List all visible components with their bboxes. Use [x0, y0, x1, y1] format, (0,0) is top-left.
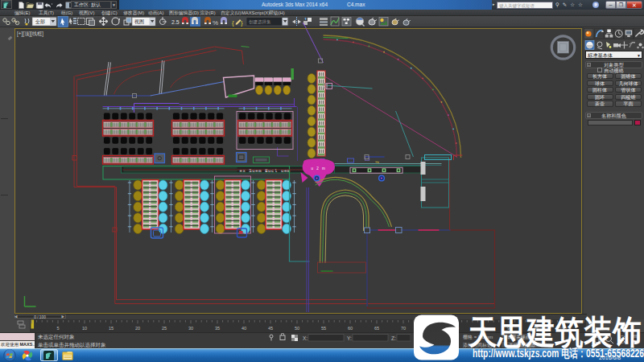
svg-text:创建选择集: 创建选择集 [249, 19, 271, 25]
svg-text:60: 60 [348, 326, 353, 331]
svg-text:Y:: Y: [347, 335, 352, 340]
svg-text:55: 55 [321, 326, 326, 331]
svg-text:%: % [213, 19, 218, 27]
svg-text:}: } [241, 19, 243, 26]
svg-text:35: 35 [215, 326, 220, 331]
svg-text:20: 20 [135, 326, 140, 331]
svg-text:全部: 全部 [35, 19, 45, 25]
svg-text:45: 45 [268, 326, 273, 331]
svg-text:{: { [232, 19, 234, 26]
svg-text:u 2 m: u 2 m [311, 167, 326, 171]
svg-text:2.5: 2.5 [171, 19, 180, 25]
svg-text:Z:: Z: [391, 335, 396, 340]
svg-text:40: 40 [242, 326, 246, 331]
svg-text:15: 15 [109, 326, 114, 331]
svg-text:X:: X: [303, 335, 308, 340]
svg-text:ex Suem Bucl uem: ex Suem Bucl uem [239, 168, 290, 174]
svg-text:65: 65 [374, 326, 379, 331]
svg-text:25: 25 [162, 326, 167, 331]
svg-text:50: 50 [295, 326, 299, 331]
svg-text:10: 10 [82, 326, 87, 331]
svg-text:30: 30 [188, 326, 193, 331]
svg-text:5: 5 [56, 326, 59, 331]
svg-text:70: 70 [401, 326, 406, 331]
svg-text:视图: 视图 [134, 19, 144, 25]
